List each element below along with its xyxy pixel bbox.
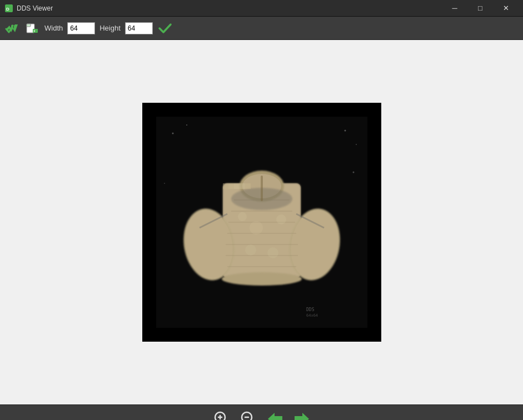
- zoom-out-icon: [240, 410, 257, 421]
- svg-point-13: [352, 172, 354, 173]
- apply-button[interactable]: [157, 21, 173, 36]
- zoom-in-button[interactable]: [212, 409, 232, 421]
- app-title: DDS Viewer: [17, 4, 53, 12]
- image-display: DDS 64x64: [142, 103, 381, 342]
- svg-text:F: F: [34, 29, 36, 33]
- bottom-toolbar: [0, 404, 523, 420]
- next-button[interactable]: [292, 409, 312, 421]
- svg-rect-4: [27, 24, 31, 27]
- svg-point-35: [222, 272, 302, 286]
- prev-icon: [266, 409, 285, 421]
- next-icon: [292, 409, 311, 421]
- svg-marker-58: [268, 413, 282, 421]
- svg-text:DDS: DDS: [306, 307, 315, 312]
- svg-point-41: [238, 212, 247, 221]
- svg-point-10: [344, 130, 346, 132]
- svg-point-44: [267, 247, 278, 258]
- svg-point-45: [250, 221, 263, 234]
- svg-rect-34: [245, 183, 251, 189]
- green-check-icon: [5, 21, 19, 36]
- svg-rect-30: [223, 183, 228, 189]
- prev-button[interactable]: [265, 409, 285, 421]
- svg-marker-59: [295, 413, 309, 421]
- open-confirm-button[interactable]: [4, 21, 20, 36]
- title-bar: D DDS Viewer ─ □ ✕: [0, 0, 523, 17]
- height-input[interactable]: [125, 22, 153, 34]
- svg-point-53: [242, 412, 252, 421]
- svg-point-8: [172, 133, 173, 134]
- svg-rect-31: [228, 183, 234, 189]
- jacket-image: DDS 64x64: [156, 117, 367, 328]
- svg-point-43: [245, 244, 256, 256]
- close-button[interactable]: ✕: [493, 0, 519, 17]
- toolbar: F Width Height: [0, 17, 523, 40]
- width-label: Width: [44, 24, 63, 32]
- apply-check-icon: [158, 21, 172, 36]
- svg-text:D: D: [6, 7, 9, 12]
- height-label: Height: [99, 24, 121, 32]
- svg-rect-32: [234, 183, 240, 189]
- app-icon: D: [4, 4, 13, 13]
- file-open-button[interactable]: F: [24, 21, 40, 36]
- maximize-button[interactable]: □: [467, 0, 493, 17]
- svg-point-11: [356, 144, 357, 145]
- svg-point-9: [186, 124, 187, 126]
- svg-point-12: [164, 183, 165, 184]
- svg-rect-33: [240, 183, 245, 189]
- svg-text:64x64: 64x64: [306, 313, 318, 318]
- file-icon: F: [25, 21, 39, 36]
- zoom-in-icon: [213, 410, 231, 421]
- zoom-out-button[interactable]: [238, 409, 258, 421]
- title-bar-left: D DDS Viewer: [4, 4, 53, 13]
- svg-point-42: [276, 214, 286, 224]
- width-input[interactable]: [67, 22, 95, 34]
- main-content-area: DDS 64x64: [0, 40, 523, 404]
- title-bar-controls: ─ □ ✕: [442, 0, 519, 17]
- minimize-button[interactable]: ─: [442, 0, 467, 17]
